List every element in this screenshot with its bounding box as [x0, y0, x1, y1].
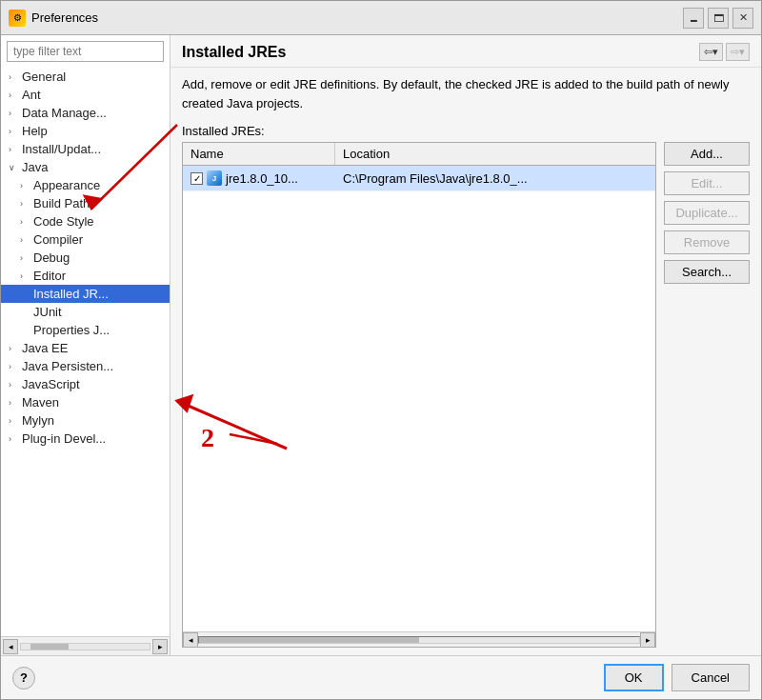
title-buttons: 🗕 🗖 ✕: [683, 8, 753, 29]
window-title: Preferences: [31, 10, 98, 25]
sidebar-item-compiler[interactable]: ›Compiler: [1, 230, 170, 249]
table-cell-name: ✓ J jre1.8.0_10...: [183, 168, 335, 189]
help-arrow-icon: ›: [9, 127, 20, 136]
column-header-location: Location: [335, 143, 655, 165]
sidebar-item-label-help: Help: [22, 124, 48, 138]
maximize-button[interactable]: 🗖: [708, 8, 729, 29]
maven-arrow-icon: ›: [9, 398, 20, 408]
remove-button[interactable]: Remove: [664, 230, 750, 254]
java-persistence-arrow-icon: ›: [9, 362, 20, 371]
preferences-window: ⚙ Preferences 🗕 🗖 ✕ ›General›Ant›Data Ma…: [0, 0, 762, 700]
table-scroll-right[interactable]: ▸: [640, 632, 655, 648]
table-cell-location: C:\Program Files\Java\jre1.8.0_...: [335, 169, 655, 189]
title-bar: ⚙ Preferences 🗕 🗖 ✕: [1, 1, 761, 35]
app-icon: ⚙: [9, 10, 26, 27]
title-bar-left: ⚙ Preferences: [9, 10, 98, 27]
general-arrow-icon: ›: [9, 72, 20, 82]
panel-description: Add, remove or edit JRE definitions. By …: [170, 68, 761, 120]
javascript-arrow-icon: ›: [9, 380, 20, 390]
close-button[interactable]: ✕: [732, 8, 753, 29]
installed-jres-label: Installed JREs:: [170, 120, 761, 142]
sidebar: ›General›Ant›Data Manage...›Help›Install…: [1, 35, 170, 655]
right-panel: Installed JREs ⇦▾ ⇨▾ Add, remove or edit…: [170, 35, 761, 655]
panel-header: Installed JREs ⇦▾ ⇨▾: [170, 35, 761, 68]
sidebar-item-label-install-update: Install/Updat...: [22, 142, 101, 156]
sidebar-item-general[interactable]: ›General: [1, 68, 170, 86]
sidebar-item-junit[interactable]: JUnit: [1, 303, 170, 321]
sidebar-item-label-code-style: Code Style: [33, 214, 94, 229]
sidebar-item-java[interactable]: ∨Java: [1, 158, 170, 176]
table-scroll-track: [198, 636, 640, 644]
table-header: Name Location: [183, 143, 655, 166]
sidebar-item-label-general: General: [22, 70, 66, 84]
ok-button[interactable]: OK: [604, 664, 664, 691]
duplicate-button[interactable]: Duplicate...: [664, 201, 750, 225]
java-arrow-icon: ∨: [9, 163, 20, 172]
sidebar-item-label-plugin-devel: Plug-in Devel...: [22, 431, 106, 446]
sidebar-item-label-java-ee: Java EE: [22, 341, 68, 355]
scroll-track: [20, 643, 150, 650]
sidebar-item-maven[interactable]: ›Maven: [1, 393, 170, 411]
bottom-right-buttons: OK Cancel: [604, 664, 750, 691]
panel-title: Installed JREs: [182, 44, 286, 61]
sidebar-item-label-java: Java: [22, 160, 48, 174]
sidebar-item-ant[interactable]: ›Ant: [1, 86, 170, 104]
table-scroll-left[interactable]: ◂: [183, 632, 198, 648]
cancel-button[interactable]: Cancel: [672, 664, 750, 691]
ant-arrow-icon: ›: [9, 90, 20, 100]
sidebar-item-install-update[interactable]: ›Install/Updat...: [1, 140, 170, 158]
sidebar-item-label-maven: Maven: [22, 395, 59, 410]
sidebar-item-label-mylyn: Mylyn: [22, 413, 54, 428]
java-ee-arrow-icon: ›: [9, 344, 20, 353]
nav-forward-button[interactable]: ⇨▾: [726, 43, 750, 61]
sidebar-item-javascript[interactable]: ›JavaScript: [1, 375, 170, 393]
table-row[interactable]: ✓ J jre1.8.0_10... C:\Program Files\Java…: [183, 166, 655, 191]
sidebar-item-build-path[interactable]: ›Build Path: [1, 194, 170, 212]
edit-button[interactable]: Edit...: [664, 171, 750, 195]
nav-back-button[interactable]: ⇦▾: [699, 43, 723, 61]
sidebar-item-label-java-persistence: Java Persisten...: [22, 359, 113, 373]
scroll-thumb: [30, 644, 69, 650]
help-button[interactable]: ?: [12, 667, 35, 690]
table-scroll-thumb: [199, 637, 419, 643]
minimize-button[interactable]: 🗕: [683, 8, 704, 29]
editor-arrow-icon: ›: [20, 271, 31, 281]
jre-checkbox[interactable]: ✓: [190, 172, 203, 185]
sidebar-item-label-build-path: Build Path: [33, 196, 90, 210]
sidebar-item-java-persistence[interactable]: ›Java Persisten...: [1, 357, 170, 375]
sidebar-item-java-ee[interactable]: ›Java EE: [1, 339, 170, 357]
scroll-left-button[interactable]: ◂: [3, 639, 18, 654]
sidebar-item-label-junit: JUnit: [33, 305, 62, 319]
sidebar-item-label-compiler: Compiler: [33, 232, 83, 247]
sidebar-item-mylyn[interactable]: ›Mylyn: [1, 411, 170, 430]
table-body: ✓ J jre1.8.0_10... C:\Program Files\Java…: [183, 166, 655, 631]
table-action-area: Name Location ✓ J jre1.8.0_10... C:\Prog…: [170, 142, 761, 655]
debug-arrow-icon: ›: [20, 253, 31, 263]
search-button[interactable]: Search...: [664, 260, 750, 284]
sidebar-item-installed-jres[interactable]: Installed JR...: [1, 285, 170, 303]
appearance-arrow-icon: ›: [20, 181, 31, 190]
scroll-right-button[interactable]: ▸: [152, 639, 168, 654]
filter-input[interactable]: [7, 41, 164, 62]
sidebar-item-data-management[interactable]: ›Data Manage...: [1, 104, 170, 122]
column-header-name: Name: [183, 143, 335, 165]
panel-nav-buttons: ⇦▾ ⇨▾: [699, 43, 750, 61]
tree-area: ›General›Ant›Data Manage...›Help›Install…: [1, 68, 170, 636]
code-style-arrow-icon: ›: [20, 217, 31, 227]
sidebar-item-label-javascript: JavaScript: [22, 377, 80, 391]
install-update-arrow-icon: ›: [9, 145, 20, 154]
sidebar-item-editor[interactable]: ›Editor: [1, 267, 170, 285]
sidebar-item-properties[interactable]: Properties J...: [1, 321, 170, 339]
sidebar-item-code-style[interactable]: ›Code Style: [1, 212, 170, 230]
sidebar-item-debug[interactable]: ›Debug: [1, 249, 170, 267]
sidebar-item-help[interactable]: ›Help: [1, 122, 170, 140]
compiler-arrow-icon: ›: [20, 235, 31, 245]
sidebar-item-label-appearance: Appearance: [33, 178, 100, 192]
sidebar-item-plugin-devel[interactable]: ›Plug-in Devel...: [1, 430, 170, 448]
sidebar-item-appearance[interactable]: ›Appearance: [1, 176, 170, 194]
sidebar-item-label-editor: Editor: [33, 269, 66, 283]
jre-table: Name Location ✓ J jre1.8.0_10... C:\Prog…: [182, 142, 656, 648]
table-horizontal-scrollbar: ◂ ▸: [183, 631, 655, 647]
add-button[interactable]: Add...: [664, 142, 750, 166]
mylyn-arrow-icon: ›: [9, 416, 20, 426]
